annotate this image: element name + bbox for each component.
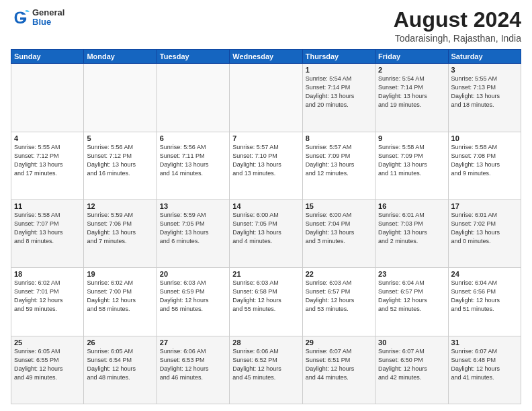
day-header-saturday: Saturday — [448, 50, 521, 64]
day-number: 15 — [306, 202, 372, 210]
calendar-cell: 5Sunrise: 5:56 AM Sunset: 7:12 PM Daylig… — [84, 132, 157, 199]
day-number: 10 — [451, 134, 518, 142]
day-header-thursday: Thursday — [302, 50, 375, 64]
day-info: Sunrise: 5:55 AM Sunset: 7:12 PM Dayligh… — [14, 143, 81, 178]
day-header-wednesday: Wednesday — [230, 50, 302, 64]
day-info: Sunrise: 6:01 AM Sunset: 7:02 PM Dayligh… — [451, 211, 518, 246]
calendar-cell: 12Sunrise: 5:59 AM Sunset: 7:06 PM Dayli… — [84, 199, 157, 267]
logo-icon — [11, 8, 30, 27]
calendar-cell: 3Sunrise: 5:55 AM Sunset: 7:13 PM Daylig… — [448, 64, 521, 132]
calendar-cell: 21Sunrise: 6:03 AM Sunset: 6:58 PM Dayli… — [230, 268, 302, 336]
day-info: Sunrise: 5:58 AM Sunset: 7:08 PM Dayligh… — [451, 143, 518, 178]
calendar-cell: 31Sunrise: 6:07 AM Sunset: 6:48 PM Dayli… — [448, 336, 521, 404]
calendar-header-row: SundayMondayTuesdayWednesdayThursdayFrid… — [11, 50, 521, 64]
day-header-monday: Monday — [84, 50, 157, 64]
day-number: 22 — [306, 270, 372, 278]
calendar-cell: 27Sunrise: 6:06 AM Sunset: 6:53 PM Dayli… — [157, 336, 229, 404]
calendar-cell: 28Sunrise: 6:06 AM Sunset: 6:52 PM Dayli… — [230, 336, 302, 404]
calendar-cell: 20Sunrise: 6:03 AM Sunset: 6:59 PM Dayli… — [157, 268, 229, 336]
day-info: Sunrise: 6:01 AM Sunset: 7:03 PM Dayligh… — [378, 211, 445, 246]
calendar-cell: 2Sunrise: 5:54 AM Sunset: 7:14 PM Daylig… — [375, 64, 448, 132]
day-number: 4 — [14, 134, 81, 142]
day-info: Sunrise: 6:00 AM Sunset: 7:04 PM Dayligh… — [306, 211, 372, 246]
day-number: 26 — [87, 338, 153, 347]
day-number: 29 — [306, 338, 372, 347]
day-info: Sunrise: 6:07 AM Sunset: 6:48 PM Dayligh… — [451, 347, 518, 382]
day-info: Sunrise: 6:06 AM Sunset: 6:53 PM Dayligh… — [160, 347, 226, 382]
day-number: 30 — [378, 338, 445, 347]
day-info: Sunrise: 6:05 AM Sunset: 6:54 PM Dayligh… — [87, 347, 153, 382]
day-number: 11 — [14, 202, 81, 210]
day-info: Sunrise: 5:54 AM Sunset: 7:14 PM Dayligh… — [306, 75, 372, 109]
calendar-cell: 17Sunrise: 6:01 AM Sunset: 7:02 PM Dayli… — [448, 199, 521, 267]
calendar-week-3: 11Sunrise: 5:58 AM Sunset: 7:07 PM Dayli… — [11, 199, 521, 267]
day-info: Sunrise: 6:05 AM Sunset: 6:55 PM Dayligh… — [14, 347, 81, 382]
day-info: Sunrise: 6:06 AM Sunset: 6:52 PM Dayligh… — [232, 347, 299, 382]
day-header-friday: Friday — [375, 50, 448, 64]
calendar-cell: 10Sunrise: 5:58 AM Sunset: 7:08 PM Dayli… — [448, 132, 521, 199]
header: General Blue August 2024 Todaraisingh, R… — [11, 8, 521, 44]
calendar-subtitle: Todaraisingh, Rajasthan, India — [394, 33, 521, 44]
calendar-cell: 26Sunrise: 6:05 AM Sunset: 6:54 PM Dayli… — [84, 336, 157, 404]
day-number: 9 — [378, 134, 445, 142]
day-info: Sunrise: 5:58 AM Sunset: 7:09 PM Dayligh… — [378, 143, 445, 178]
day-info: Sunrise: 5:57 AM Sunset: 7:10 PM Dayligh… — [232, 143, 299, 178]
calendar-cell: 23Sunrise: 6:04 AM Sunset: 6:57 PM Dayli… — [375, 268, 448, 336]
calendar-cell: 7Sunrise: 5:57 AM Sunset: 7:10 PM Daylig… — [230, 132, 302, 199]
day-number: 24 — [451, 270, 518, 278]
day-number: 14 — [232, 202, 299, 210]
calendar-cell: 16Sunrise: 6:01 AM Sunset: 7:03 PM Dayli… — [375, 199, 448, 267]
day-number: 12 — [87, 202, 153, 210]
calendar-cell: 14Sunrise: 6:00 AM Sunset: 7:05 PM Dayli… — [230, 199, 302, 267]
calendar-cell: 11Sunrise: 5:58 AM Sunset: 7:07 PM Dayli… — [11, 199, 84, 267]
day-number: 25 — [14, 338, 81, 347]
day-number: 5 — [87, 134, 153, 142]
calendar-cell: 8Sunrise: 5:57 AM Sunset: 7:09 PM Daylig… — [302, 132, 375, 199]
calendar-cell: 24Sunrise: 6:04 AM Sunset: 6:56 PM Dayli… — [448, 268, 521, 336]
calendar-week-4: 18Sunrise: 6:02 AM Sunset: 7:01 PM Dayli… — [11, 268, 521, 336]
calendar-table: SundayMondayTuesdayWednesdayThursdayFrid… — [11, 49, 521, 404]
day-info: Sunrise: 6:02 AM Sunset: 7:01 PM Dayligh… — [14, 279, 81, 314]
day-info: Sunrise: 5:56 AM Sunset: 7:12 PM Dayligh… — [87, 143, 153, 178]
calendar-cell: 1Sunrise: 5:54 AM Sunset: 7:14 PM Daylig… — [302, 64, 375, 132]
calendar-cell: 22Sunrise: 6:03 AM Sunset: 6:57 PM Dayli… — [302, 268, 375, 336]
calendar-cell: 18Sunrise: 6:02 AM Sunset: 7:01 PM Dayli… — [11, 268, 84, 336]
calendar-cell: 30Sunrise: 6:07 AM Sunset: 6:50 PM Dayli… — [375, 336, 448, 404]
calendar-cell: 9Sunrise: 5:58 AM Sunset: 7:09 PM Daylig… — [375, 132, 448, 199]
day-header-sunday: Sunday — [11, 50, 84, 64]
day-number: 28 — [232, 338, 299, 347]
calendar-cell — [84, 64, 157, 132]
day-number: 27 — [160, 338, 226, 347]
calendar-title: August 2024 — [394, 8, 521, 32]
day-info: Sunrise: 5:54 AM Sunset: 7:14 PM Dayligh… — [378, 75, 445, 109]
day-number: 16 — [378, 202, 445, 210]
calendar-week-5: 25Sunrise: 6:05 AM Sunset: 6:55 PM Dayli… — [11, 336, 521, 404]
day-info: Sunrise: 6:07 AM Sunset: 6:51 PM Dayligh… — [306, 347, 372, 382]
day-info: Sunrise: 6:03 AM Sunset: 6:57 PM Dayligh… — [306, 279, 372, 314]
calendar-week-2: 4Sunrise: 5:55 AM Sunset: 7:12 PM Daylig… — [11, 132, 521, 199]
day-number: 8 — [306, 134, 372, 142]
day-number: 13 — [160, 202, 226, 210]
day-info: Sunrise: 5:59 AM Sunset: 7:05 PM Dayligh… — [160, 211, 226, 246]
day-info: Sunrise: 6:04 AM Sunset: 6:57 PM Dayligh… — [378, 279, 445, 314]
day-number: 31 — [451, 338, 518, 347]
day-info: Sunrise: 6:00 AM Sunset: 7:05 PM Dayligh… — [232, 211, 299, 246]
day-info: Sunrise: 5:57 AM Sunset: 7:09 PM Dayligh… — [306, 143, 372, 178]
day-number: 23 — [378, 270, 445, 278]
calendar-cell: 4Sunrise: 5:55 AM Sunset: 7:12 PM Daylig… — [11, 132, 84, 199]
title-block: August 2024 Todaraisingh, Rajasthan, Ind… — [394, 8, 521, 44]
day-info: Sunrise: 5:58 AM Sunset: 7:07 PM Dayligh… — [14, 211, 81, 246]
day-number: 7 — [232, 134, 299, 142]
calendar-cell: 13Sunrise: 5:59 AM Sunset: 7:05 PM Dayli… — [157, 199, 229, 267]
day-info: Sunrise: 6:07 AM Sunset: 6:50 PM Dayligh… — [378, 347, 445, 382]
calendar-cell: 19Sunrise: 6:02 AM Sunset: 7:00 PM Dayli… — [84, 268, 157, 336]
page: General Blue August 2024 Todaraisingh, R… — [0, 0, 532, 411]
calendar-cell: 25Sunrise: 6:05 AM Sunset: 6:55 PM Dayli… — [11, 336, 84, 404]
day-number: 3 — [451, 66, 518, 74]
logo: General Blue — [11, 8, 64, 28]
day-info: Sunrise: 6:02 AM Sunset: 7:00 PM Dayligh… — [87, 279, 153, 314]
day-number: 20 — [160, 270, 226, 278]
calendar-week-1: 1Sunrise: 5:54 AM Sunset: 7:14 PM Daylig… — [11, 64, 521, 132]
logo-general-text: General — [32, 8, 64, 17]
day-number: 2 — [378, 66, 445, 74]
